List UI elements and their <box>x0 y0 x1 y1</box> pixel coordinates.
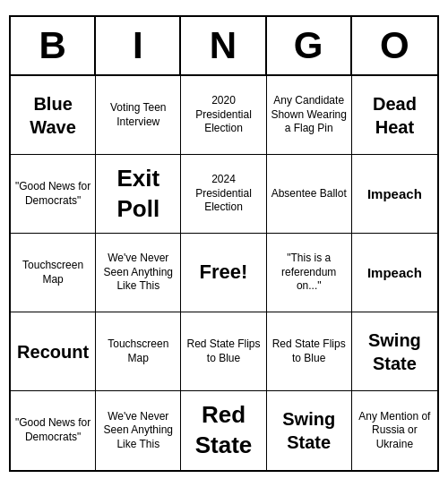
header-letter: N <box>181 17 266 74</box>
bingo-cell: Voting Teen Interview <box>96 76 181 155</box>
bingo-grid: Blue WaveVoting Teen Interview2020 Presi… <box>11 76 437 470</box>
header-letter: I <box>96 17 181 74</box>
bingo-cell: "This is a referendum on..." <box>267 234 352 312</box>
bingo-cell: We've Never Seen Anything Like This <box>96 234 181 312</box>
bingo-cell: Any Mention of Russia or Ukraine <box>352 391 437 470</box>
bingo-cell: Any Candidate Shown Wearing a Flag Pin <box>267 76 352 155</box>
bingo-cell: Red State Flips to Blue <box>181 312 266 391</box>
bingo-cell: "Good News for Democrats" <box>11 155 96 234</box>
bingo-cell: Red State Flips to Blue <box>267 312 352 391</box>
bingo-cell: Touchscreen Map <box>11 234 96 312</box>
bingo-cell: Touchscreen Map <box>96 312 181 391</box>
header-letter: B <box>11 17 96 74</box>
bingo-cell: Impeach <box>352 234 437 312</box>
bingo-cell: Blue Wave <box>11 76 96 155</box>
bingo-cell: 2024 Presidential Election <box>181 155 266 234</box>
header-letter: G <box>267 17 352 74</box>
bingo-cell: Impeach <box>352 155 437 234</box>
bingo-header: BINGO <box>11 17 437 76</box>
bingo-cell: 2020 Presidential Election <box>181 76 266 155</box>
bingo-cell: Red State <box>181 391 266 470</box>
bingo-cell: "Good News for Democrats" <box>11 391 96 470</box>
bingo-card: BINGO Blue WaveVoting Teen Interview2020… <box>9 15 439 472</box>
bingo-cell: Absentee Ballot <box>267 155 352 234</box>
bingo-cell: Swing State <box>352 312 437 391</box>
bingo-cell: Dead Heat <box>352 76 437 155</box>
header-letter: O <box>352 17 437 74</box>
bingo-cell: We've Never Seen Anything Like This <box>96 391 181 470</box>
bingo-cell: Swing State <box>267 391 352 470</box>
bingo-cell: Exit Poll <box>96 155 181 234</box>
bingo-cell: Recount <box>11 312 96 391</box>
bingo-cell: Free! <box>181 234 266 312</box>
